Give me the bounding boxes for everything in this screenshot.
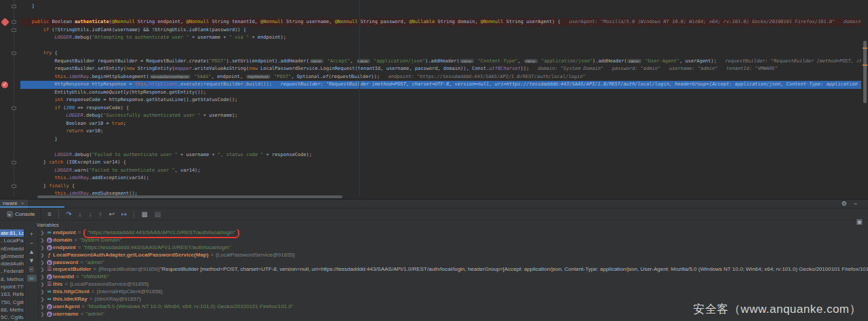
variable-row[interactable]: ❯∞endpoint="https://tessdadddd:443/SAAS/… — [39, 229, 868, 237]
variable-value: {RequestBuilder@91856} — [98, 266, 159, 273]
step-out-icon[interactable]: ↑ — [99, 210, 102, 218]
parameter-icon: p — [45, 273, 53, 281]
code-line: requestBuilder.setEntity(new StringEntit… — [20, 65, 861, 73]
settings-grid-icon[interactable]: ▤ — [155, 210, 161, 218]
fold-marker-icon[interactable] — [12, 29, 16, 32]
code-line: return var10; — [20, 128, 861, 136]
stack-frame-row[interactable]: gEmbeddedAu — [0, 252, 24, 260]
gear-icon[interactable]: ⚙ — [842, 200, 854, 207]
stack-frame-row[interactable]: 8, MethodPro — [0, 276, 24, 283]
fold-marker-icon[interactable] — [12, 185, 16, 188]
tab-console[interactable]: ▶ Console — [0, 208, 41, 221]
equals-sign: = — [80, 259, 83, 267]
stack-frame-row[interactable]: npoint:779, Cg — [0, 283, 24, 290]
chevron-right-icon[interactable]: ❯ — [39, 273, 45, 281]
fold-marker-icon[interactable] — [12, 161, 16, 164]
variable-row[interactable]: ❯ƒLocalPasswordAuthAdapter.getLocalPassw… — [39, 252, 868, 259]
chevron-right-icon[interactable]: ❯ — [39, 311, 45, 318]
stack-frame-row[interactable]: ate:81, LocalPa — [0, 229, 24, 237]
step-into-icon[interactable]: ↓ — [79, 210, 82, 218]
variable-row[interactable]: ❯☰requestBuilder={RequestBuilder@91856} … — [39, 266, 868, 273]
drop-frame-icon[interactable]: ↩ — [109, 210, 115, 218]
variable-name: endpoint — [53, 244, 76, 252]
copy-icon[interactable]: ⎘ — [27, 266, 37, 273]
minimize-icon[interactable]: − — [854, 200, 864, 207]
stack-frame-row[interactable]: 163, Reflective — [0, 290, 24, 298]
variable-name: username — [53, 311, 79, 318]
watch-icon: ∞ — [45, 296, 53, 303]
layout-settings-icon[interactable]: ≡ — [47, 210, 52, 218]
move-up-icon[interactable]: ▲ — [27, 248, 37, 255]
method-result-icon: ƒ — [45, 252, 53, 259]
close-icon[interactable]: × — [21, 200, 24, 206]
fold-marker-icon[interactable] — [12, 52, 16, 55]
fold-marker-icon[interactable] — [12, 107, 16, 110]
error-stripe[interactable] — [861, 0, 868, 199]
variables-header: Variables — [0, 221, 868, 229]
chevron-right-icon[interactable]: ❯ — [39, 303, 45, 311]
equals-sign: = — [93, 266, 96, 273]
stack-frame-row[interactable]: , FederationBr — [0, 267, 24, 275]
variable-value: {LocalPasswordService@91855} — [216, 252, 295, 259]
chevron-right-icon[interactable]: ❯ — [39, 288, 45, 296]
variable-row[interactable]: ❯∞this.httpClient={InternalHttpClient@91… — [39, 288, 868, 296]
chevron-right-icon[interactable]: ❯ — [39, 259, 45, 267]
chevron-right-icon[interactable]: ❯ — [39, 281, 45, 288]
stack-frame-row[interactable]: 88, MethodInv — [0, 306, 24, 314]
equals-sign: = — [78, 244, 81, 252]
chevron-right-icon[interactable]: ❯ — [39, 237, 45, 244]
chevron-right-icon[interactable]: ❯ — [39, 244, 45, 252]
step-over-icon[interactable]: ↷ — [66, 210, 71, 218]
evaluate-expression-icon[interactable]: ▦ — [141, 210, 147, 218]
run-to-cursor-icon[interactable]: ↦ — [121, 210, 127, 218]
chevron-right-icon[interactable]: ❯ — [39, 229, 45, 237]
watches-icon[interactable]: ∞ — [27, 275, 37, 282]
variable-value: "admin" — [85, 259, 104, 267]
variable-row[interactable]: ❯pendpoint="https://tessdadddd:443/SAAS/… — [39, 244, 868, 252]
breakpoint-hit-icon[interactable]: ✓ — [1, 81, 8, 88]
stack-frame-row[interactable]: 5C, CglibAopP — [0, 314, 24, 321]
variable-row[interactable]: ❯ppassword="admin" — [39, 259, 868, 267]
chevron-right-icon[interactable]: ❯ — [39, 296, 45, 303]
code-line: Boolean var10 = true; — [20, 120, 861, 128]
watch-icon: ∞ — [45, 288, 53, 296]
equals-sign: = — [78, 229, 81, 237]
debug-session-tab-label: nware — [3, 200, 18, 206]
move-down-icon[interactable]: ▼ — [27, 257, 37, 264]
variable-value: "https://tessdadddd:443/SAAS/API/1.0/RES… — [83, 244, 231, 252]
vertical-scrollbar[interactable] — [863, 41, 867, 103]
add-watch-icon[interactable]: + — [27, 231, 37, 238]
variable-value: "RequestBuilder [method=POST, charset=UT… — [160, 266, 868, 273]
variable-row[interactable]: ❯ptenantId="VMWARE" — [39, 273, 868, 281]
remove-watch-icon[interactable]: − — [27, 240, 37, 246]
variable-name: this.idmXRay — [53, 296, 87, 303]
stack-frame-row[interactable]: nEmbeddedAu — [0, 245, 24, 252]
horizontal-scrollbar[interactable] — [37, 195, 342, 198]
stripe-mark[interactable] — [863, 64, 867, 66]
variable-row[interactable]: ❯☰this={LocalPasswordService@91855} — [39, 281, 868, 288]
code-line: this.idmXRay.addException(var14); — [20, 174, 861, 183]
force-step-into-icon[interactable]: ↓ — [89, 210, 92, 218]
parameter-icon: p — [45, 311, 53, 318]
stack-frame-row[interactable]: , LocalPasswor — [0, 237, 24, 244]
stripe-mark[interactable] — [863, 48, 867, 49]
code-line: } catch (IOException var14) { — [20, 159, 861, 167]
code-line: if (200 == responseCode) { — [20, 105, 861, 113]
stack-frame-row[interactable]: ddedAuthBrok — [0, 260, 24, 267]
code-editor[interactable]: } public Boolean authenticate(@Nonnull S… — [0, 0, 868, 199]
chevron-right-icon[interactable]: ❯ — [39, 252, 45, 259]
equals-sign: = — [81, 311, 84, 318]
equals-sign: = — [74, 237, 77, 244]
fold-marker-icon[interactable] — [12, 20, 16, 24]
code-line: } — [20, 136, 861, 144]
fold-marker-icon[interactable] — [12, 5, 16, 8]
code-line: } — [20, 3, 861, 11]
stack-frame-row[interactable]: 750, CglibAopP — [0, 299, 24, 306]
chevron-right-icon[interactable]: ❯ — [39, 266, 45, 273]
variable-name: this.httpClient — [53, 288, 90, 296]
frames-list[interactable]: ↓ ▼ + ate:81, LocalPa, LocalPasswornEmbe… — [0, 229, 24, 321]
variable-name: LocalPasswordAuthAdapter.getLocalPasswor… — [53, 252, 208, 259]
code-area[interactable]: } public Boolean authenticate(@Nonnull S… — [14, 0, 861, 196]
parameter-icon: p — [45, 303, 53, 311]
code-line: if (!StringUtils.isBlank(username) && !S… — [20, 26, 861, 35]
